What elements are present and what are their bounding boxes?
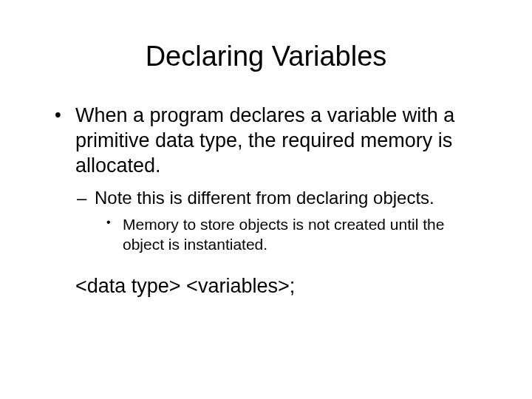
syntax-example: <data type> <variables>;	[37, 275, 495, 298]
bullet-level2: Note this is different from declaring ob…	[37, 187, 495, 209]
bullet-level1: When a program declares a variable with …	[37, 103, 495, 178]
slide-title: Declaring Variables	[37, 41, 495, 72]
bullet-level3: Memory to store objects is not created u…	[37, 215, 495, 254]
